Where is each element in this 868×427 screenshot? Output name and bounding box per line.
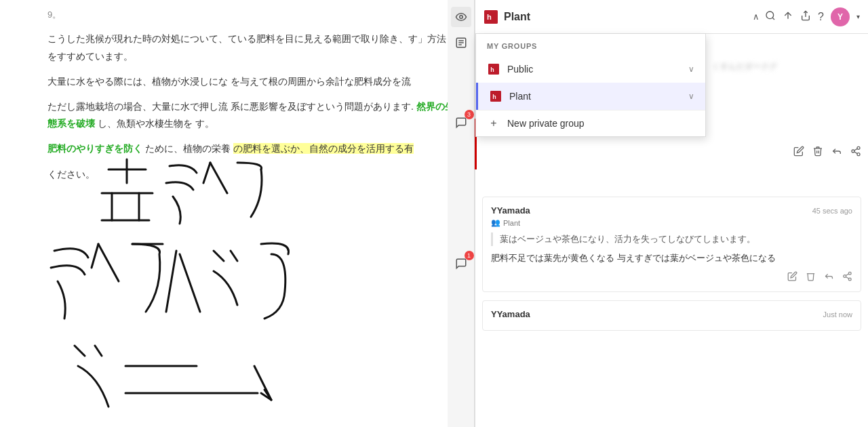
user-avatar[interactable]: Y — [831, 7, 850, 26]
svg-line-8 — [92, 244, 98, 268]
group-item-public[interactable]: h Public ∨ — [476, 56, 705, 83]
sidebar-header: h Plant ∧ — [475, 0, 868, 34]
svg-line-40 — [854, 152, 858, 154]
badge-count-3: 3 — [465, 110, 474, 119]
svg-point-38 — [852, 150, 854, 152]
search-icon[interactable] — [765, 10, 776, 24]
left-toolbar: 3 1 — [448, 0, 475, 427]
svg-text:h: h — [492, 94, 496, 100]
plant-group-chevron: ∨ — [688, 92, 694, 101]
group-item-plant[interactable]: h Plant ∨ — [476, 83, 705, 110]
plant-group-name: Plant — [509, 91, 682, 102]
blurred-overlay-text: くすんだダークグ — [705, 54, 868, 79]
user-chevron-icon[interactable]: ▾ — [856, 13, 860, 20]
svg-point-37 — [857, 146, 860, 149]
public-group-chevron: ∨ — [688, 64, 694, 74]
reply-icon-upper[interactable] — [831, 146, 842, 159]
share-icon-upper[interactable] — [850, 146, 861, 159]
svg-point-39 — [857, 153, 860, 156]
para-1: こうした兆候が現れた時の対処について、ている肥料を目に見える範囲で取り除き、す」… — [47, 30, 454, 64]
badge-button-1[interactable]: 1 — [451, 253, 471, 274]
svg-text:h: h — [490, 66, 494, 73]
comment-time-2: Just now — [823, 310, 852, 319]
edit-icon-upper[interactable] — [793, 146, 804, 159]
public-group-name: Public — [507, 64, 682, 75]
svg-line-46 — [846, 274, 848, 275]
upper-annotation-actions — [793, 146, 861, 159]
badge-count-1: 1 — [465, 251, 474, 260]
svg-line-20 — [261, 393, 271, 400]
svg-line-13 — [214, 251, 224, 261]
groups-dropdown: MY GROUPS h Public ∨ h Plant ∨ + — [475, 34, 706, 137]
new-group-label: New private group — [507, 118, 585, 129]
svg-line-41 — [854, 148, 858, 150]
svg-line-14 — [231, 251, 237, 261]
plus-icon: + — [487, 117, 500, 129]
right-sidebar: h Plant ∧ — [475, 0, 868, 427]
svg-line-30 — [772, 18, 774, 20]
svg-line-12 — [180, 254, 200, 312]
svg-point-29 — [766, 12, 774, 19]
my-groups-label: MY GROUPS — [476, 34, 705, 56]
new-private-group-button[interactable]: + New private group — [476, 110, 705, 136]
hypothesis-logo: h — [484, 9, 498, 24]
para-3: ただし露地栽培の場合、大量に水で押し流 系に悪影響を及ぼすという問題があります.… — [47, 98, 454, 132]
comment-user-2: YYamada — [491, 309, 530, 319]
group-tag-icon-1: 👥 — [491, 218, 500, 227]
svg-point-42 — [848, 272, 851, 274]
public-group-icon: h — [487, 62, 500, 76]
comment-body-1: 肥料不足では葉先が黄色くなる 与えすぎでは葉がベージュや茶色になる — [491, 251, 852, 265]
comment-header-2: YYamada Just now — [491, 309, 852, 319]
share-icon-1[interactable] — [842, 271, 852, 283]
help-icon[interactable]: ? — [818, 11, 824, 23]
header-icons: ? Y ▾ — [765, 7, 860, 26]
group-tag-name-1: Plant — [503, 219, 520, 227]
svg-line-21 — [264, 390, 271, 400]
comment-header-1: YYamada 45 secs ago — [491, 205, 852, 216]
edit-icon-1[interactable] — [787, 271, 797, 283]
sort-icon[interactable] — [783, 10, 793, 24]
annotation-button[interactable] — [451, 33, 471, 53]
comment-user-1: YYamada — [491, 205, 530, 216]
comment-card-1: YYamada 45 secs ago 👥 Plant 葉はベージュや茶色になり… — [482, 197, 861, 292]
svg-point-43 — [844, 275, 846, 278]
comments-area: YYamada 45 secs ago 👥 Plant 葉はベージュや茶色になり… — [475, 197, 868, 339]
badge-button-3[interactable]: 3 — [451, 113, 471, 133]
reply-icon-1[interactable] — [824, 271, 834, 283]
comment-group-1: 👥 Plant — [491, 218, 852, 227]
para-4: 肥料のやりすぎを防く ために、植物の栄養 の肥料を選ぶか、自然の成分を活用する有 — [47, 140, 454, 157]
svg-line-9 — [98, 244, 119, 281]
svg-point-22 — [459, 16, 462, 19]
svg-line-45 — [846, 277, 848, 278]
comment-quote-1: 葉はベージュや茶色になり、活力を失ってしなびてしまいます。 — [491, 232, 852, 246]
green-text-2: 肥料のやりすぎを防く — [47, 143, 142, 154]
svg-point-44 — [848, 278, 851, 281]
svg-line-16 — [95, 346, 102, 356]
delete-icon-1[interactable] — [806, 271, 816, 283]
page-number: 9。 — [47, 7, 454, 22]
share-icon[interactable] — [800, 10, 811, 24]
green-text-1: 然界の生態系を破壊 — [47, 101, 454, 129]
comment-actions-1 — [491, 271, 852, 283]
svg-text:h: h — [487, 13, 492, 21]
highlight-text: の肥料を選ぶか、自然の成分を活用する有 — [233, 143, 414, 154]
plant-group-icon: h — [489, 89, 502, 103]
delete-icon-upper[interactable] — [812, 146, 823, 159]
comment-time-1: 45 secs ago — [812, 207, 852, 215]
document-content: 9。 こうした兆候が現れた時の対処について、ている肥料を目に見える範囲で取り除き… — [0, 0, 475, 198]
header-caret-icon[interactable]: ∧ — [753, 12, 760, 22]
left-panel: 9。 こうした兆候が現れた時の対処について、ている肥料を目に見える範囲で取り除き… — [0, 0, 475, 427]
para-5: ください。 — [47, 166, 454, 183]
eye-button[interactable] — [451, 7, 471, 27]
header-title: Plant — [504, 11, 747, 23]
para-2: 大量に水をやる際には、植物が水浸しにな を与えて根の周囲から余計な肥料成分を流 — [47, 73, 454, 90]
comment-card-2: YYamada Just now — [482, 300, 861, 331]
svg-line-11 — [166, 251, 176, 312]
svg-line-19 — [254, 366, 271, 400]
svg-line-15 — [75, 346, 85, 356]
